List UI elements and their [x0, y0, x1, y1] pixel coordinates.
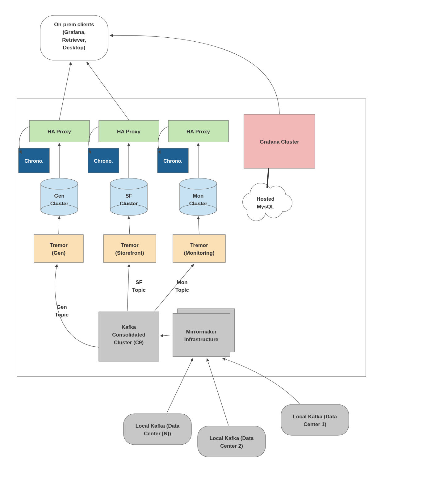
haproxy-gen: HA Proxy — [29, 120, 90, 142]
svg-text:Local Kafka (Data: Local Kafka (Data — [136, 423, 180, 429]
chrono-sf: Chrono. — [88, 148, 119, 173]
svg-text:Tremor: Tremor — [121, 242, 139, 248]
svg-text:Kafka: Kafka — [122, 324, 136, 330]
edge-hap-gen-to-onprem — [59, 62, 71, 120]
svg-text:Topic: Topic — [175, 287, 189, 293]
svg-text:Gen: Gen — [57, 304, 67, 310]
edge-tremor-sf-to-cluster — [129, 216, 130, 234]
grafana-cluster-node: Grafana Cluster — [244, 114, 315, 168]
haproxy-mon: HA Proxy — [168, 120, 228, 142]
svg-text:HA Proxy: HA Proxy — [48, 129, 71, 135]
svg-text:Tremor: Tremor — [190, 242, 208, 248]
tremor-gen: Tremor (Gen) — [34, 235, 83, 262]
svg-text:MysQL: MysQL — [257, 204, 274, 210]
svg-text:Center 1): Center 1) — [304, 421, 326, 427]
onprem-line2: (Grafana, — [63, 29, 86, 35]
chrono-gen: Chrono. — [19, 148, 49, 173]
edge-grafana-to-onprem — [110, 36, 279, 114]
kafka-consolidated: Kafka Consolidated Cluster (C9) — [99, 312, 159, 361]
svg-text:Chrono.: Chrono. — [94, 158, 113, 164]
svg-text:Topic: Topic — [55, 312, 69, 318]
onprem-clients-node: On-prem clients (Grafana, Retriever, Des… — [40, 15, 108, 60]
local-kafka-c2: Local Kafka (Data Center 2) — [198, 426, 266, 457]
architecture-diagram: On-prem clients (Grafana, Retriever, Des… — [0, 0, 448, 494]
sf-topic-label: SF Topic — [132, 279, 146, 293]
svg-text:(Gen): (Gen) — [52, 250, 65, 256]
svg-text:(Storefront): (Storefront) — [115, 250, 144, 256]
svg-text:Gen: Gen — [54, 193, 64, 199]
edge-tremor-mon-to-cluster — [198, 216, 199, 234]
svg-text:Mon: Mon — [193, 193, 204, 199]
local-kafka-c1: Local Kafka (Data Center 1) — [281, 404, 349, 435]
edge-tremor-gen-to-cluster — [59, 216, 59, 234]
svg-text:Center [N]): Center [N]) — [144, 431, 171, 437]
edge-grafana-to-mysql — [267, 168, 269, 188]
svg-text:Cluster: Cluster — [120, 201, 138, 207]
svg-text:Chrono.: Chrono. — [163, 158, 182, 164]
hosted-mysql-cloud: Hosted MysQL — [243, 183, 292, 221]
edge-mirrormaker-to-kafka — [160, 335, 172, 336]
chrono-mon: Chrono. — [157, 148, 188, 173]
mirrormaker-node: Mirrormaker Infrastructure — [173, 309, 235, 357]
svg-text:Topic: Topic — [132, 287, 146, 293]
svg-text:Hosted: Hosted — [257, 196, 274, 202]
svg-text:Chrono.: Chrono. — [24, 158, 43, 164]
mon-cluster-cylinder: Mon Cluster — [180, 178, 217, 216]
svg-rect-38 — [34, 235, 83, 262]
svg-text:Cluster: Cluster — [189, 201, 207, 207]
svg-text:Consolidated: Consolidated — [112, 332, 145, 338]
onprem-line4: Desktop) — [63, 45, 86, 51]
edge-hap-sf-to-onprem — [86, 62, 129, 120]
svg-text:Infrastructure: Infrastructure — [184, 337, 219, 342]
edge-lk1-to-mm — [222, 358, 299, 404]
svg-text:SF: SF — [125, 193, 132, 199]
svg-text:Center 2): Center 2) — [220, 443, 243, 449]
svg-text:Mirrormaker: Mirrormaker — [186, 329, 217, 335]
sf-cluster-cylinder: SF Cluster — [110, 178, 147, 216]
svg-rect-64 — [198, 426, 266, 457]
svg-rect-44 — [173, 235, 225, 262]
edge-lkn-to-mm — [167, 358, 193, 413]
gen-cluster-cylinder: Gen Cluster — [41, 178, 78, 216]
local-kafka-n: Local Kafka (Data Center [N]) — [124, 414, 191, 445]
svg-text:Local Kafka (Data: Local Kafka (Data — [293, 414, 337, 420]
svg-text:Grafana Cluster: Grafana Cluster — [260, 139, 299, 145]
haproxy-sf: HA Proxy — [99, 120, 159, 142]
svg-text:HA Proxy: HA Proxy — [117, 129, 140, 135]
mon-topic-label: Mon Topic — [175, 279, 189, 293]
svg-text:Local Kafka (Data: Local Kafka (Data — [210, 435, 254, 441]
tremor-sf: Tremor (Storefront) — [103, 235, 156, 262]
onprem-line3: Retriever, — [62, 37, 86, 43]
svg-text:Cluster (C9): Cluster (C9) — [114, 340, 144, 345]
svg-rect-67 — [281, 404, 349, 435]
svg-text:Tremor: Tremor — [50, 242, 68, 248]
svg-text:HA Proxy: HA Proxy — [186, 129, 210, 135]
svg-rect-41 — [103, 235, 156, 262]
edge-lk2-to-mm — [207, 358, 228, 425]
svg-rect-61 — [124, 414, 191, 445]
tremor-mon: Tremor (Monitoring) — [173, 235, 225, 262]
svg-text:Cluster: Cluster — [50, 201, 69, 207]
svg-rect-52 — [173, 313, 230, 357]
onprem-line1: On-prem clients — [54, 22, 94, 27]
svg-text:(Monitoring): (Monitoring) — [184, 250, 214, 256]
edge-kafka-to-tremor-sf — [127, 264, 129, 311]
svg-text:SF: SF — [136, 279, 142, 285]
